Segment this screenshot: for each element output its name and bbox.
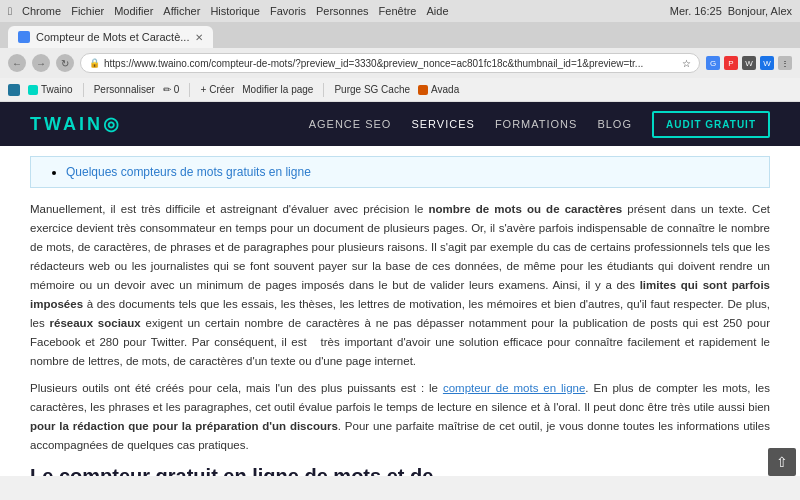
nav-link-services[interactable]: SERVICES	[411, 118, 474, 130]
os-menu-personnes[interactable]: Personnes	[316, 5, 369, 17]
bookmark-avada-icon	[418, 85, 428, 95]
os-right-status: Mer. 16:25 Bonjour, Alex	[670, 5, 792, 17]
browser-chrome: Compteur de Mots et Caractè... ✕ ← → ↻ 🔒…	[0, 22, 800, 102]
tab-bar: Compteur de Mots et Caractè... ✕	[0, 22, 800, 48]
bookmarks-bar: Twaino Personnaliser ✏ 0 + Créer Modifie…	[0, 78, 800, 102]
bookmark-count-label: 0	[174, 84, 180, 95]
bookmark-separator-3	[323, 83, 324, 97]
bookmark-wp[interactable]	[8, 84, 20, 96]
content-area: Quelques compteurs de mots gratuits en l…	[0, 146, 800, 476]
nav-link-agence-seo[interactable]: AGENCE SEO	[309, 118, 392, 130]
os-menu-fichier[interactable]: Fichier	[71, 5, 104, 17]
tab-title: Compteur de Mots et Caractè...	[36, 31, 189, 43]
logo-text: TWAIN	[30, 114, 103, 134]
os-menu-aide[interactable]: Aide	[427, 5, 449, 17]
site-nav-links: AGENCE SEO SERVICES FORMATIONS BLOG AUDI…	[309, 111, 770, 138]
menu-button[interactable]: ⋮	[778, 56, 792, 70]
browser-toolbar-icons: G P W W ⋮	[706, 56, 792, 70]
back-button[interactable]: ←	[8, 54, 26, 72]
logo-accent: ◎	[103, 114, 122, 134]
bookmark-twaino-label: Twaino	[41, 84, 73, 95]
nav-link-formations[interactable]: FORMATIONS	[495, 118, 578, 130]
os-user: Bonjour, Alex	[728, 5, 792, 17]
bookmark-icon-pencil: ✏	[163, 84, 171, 95]
reload-button[interactable]: ↻	[56, 54, 74, 72]
os-menu-modifier[interactable]: Modifier	[114, 5, 153, 17]
bookmark-twaino[interactable]: Twaino	[28, 84, 73, 95]
section-heading: Le compteur gratuit en ligne de mots et …	[30, 465, 770, 476]
audit-gratuit-button[interactable]: AUDIT GRATUIT	[652, 111, 770, 138]
page-wrapper:  Chrome Fichier Modifier Afficher Histo…	[0, 0, 800, 500]
os-menubar:  Chrome Fichier Modifier Afficher Histo…	[0, 0, 800, 22]
os-menu-fenetre[interactable]: Fenêtre	[379, 5, 417, 17]
bookmark-personnaliser[interactable]: Personnaliser	[94, 84, 155, 95]
address-bar[interactable]: 🔒 https://www.twaino.com/compteur-de-mot…	[80, 53, 700, 73]
body-paragraph-1: Manuellement, il est très difficile et a…	[30, 200, 770, 371]
bookmark-creer-label: Créer	[209, 84, 234, 95]
bookmark-separator	[83, 83, 84, 97]
website: TWAIN◎ AGENCE SEO SERVICES FORMATIONS BL…	[0, 102, 800, 476]
bookmark-count[interactable]: ✏ 0	[163, 84, 180, 95]
extension-icon-2[interactable]: P	[724, 56, 738, 70]
os-menu-historique[interactable]: Historique	[210, 5, 260, 17]
scroll-top-button[interactable]: ⇧	[768, 448, 796, 476]
os-menu-favoris[interactable]: Favoris	[270, 5, 306, 17]
tab-favicon	[18, 31, 30, 43]
bookmark-purge[interactable]: Purge SG Cache	[334, 84, 410, 95]
url-text: https://www.twaino.com/compteur-de-mots/…	[104, 58, 678, 69]
os-left-menus:  Chrome Fichier Modifier Afficher Histo…	[8, 5, 449, 17]
compteur-link[interactable]: compteur de mots en ligne	[443, 382, 585, 394]
nav-link-blog[interactable]: BLOG	[597, 118, 632, 130]
forward-button[interactable]: →	[32, 54, 50, 72]
active-tab[interactable]: Compteur de Mots et Caractè... ✕	[8, 26, 213, 48]
bullet-box: Quelques compteurs de mots gratuits en l…	[30, 156, 770, 188]
bullet-link-1[interactable]: Quelques compteurs de mots gratuits en l…	[66, 165, 311, 179]
bookmark-modifier-label: Modifier la page	[242, 84, 313, 95]
bookmark-personnaliser-label: Personnaliser	[94, 84, 155, 95]
bookmark-plus-icon: +	[200, 84, 206, 95]
site-navigation: TWAIN◎ AGENCE SEO SERVICES FORMATIONS BL…	[0, 102, 800, 146]
bookmark-avada[interactable]: Avada	[418, 84, 459, 95]
os-time: Mer. 16:25	[670, 5, 722, 17]
bookmark-twaino-icon	[28, 85, 38, 95]
bookmark-wp-icon	[8, 84, 20, 96]
site-logo[interactable]: TWAIN◎	[30, 113, 122, 135]
lock-icon: 🔒	[89, 58, 100, 68]
body-paragraph-2: Plusieurs outils ont été créés pour cela…	[30, 379, 770, 455]
extension-icon-4[interactable]: W	[760, 56, 774, 70]
bookmark-purge-label: Purge SG Cache	[334, 84, 410, 95]
os-menu-chrome[interactable]: Chrome	[22, 5, 61, 17]
tab-close-button[interactable]: ✕	[195, 32, 203, 43]
bookmark-separator-2	[189, 83, 190, 97]
bookmark-creer[interactable]: + Créer	[200, 84, 234, 95]
apple-logo[interactable]: 	[8, 5, 12, 17]
bookmark-avada-label: Avada	[431, 84, 459, 95]
bookmark-modifier[interactable]: Modifier la page	[242, 84, 313, 95]
star-icon[interactable]: ☆	[682, 58, 691, 69]
os-menu-afficher[interactable]: Afficher	[163, 5, 200, 17]
navigation-bar: ← → ↻ 🔒 https://www.twaino.com/compteur-…	[0, 48, 800, 78]
extension-icon-1[interactable]: G	[706, 56, 720, 70]
extension-icon-3[interactable]: W	[742, 56, 756, 70]
